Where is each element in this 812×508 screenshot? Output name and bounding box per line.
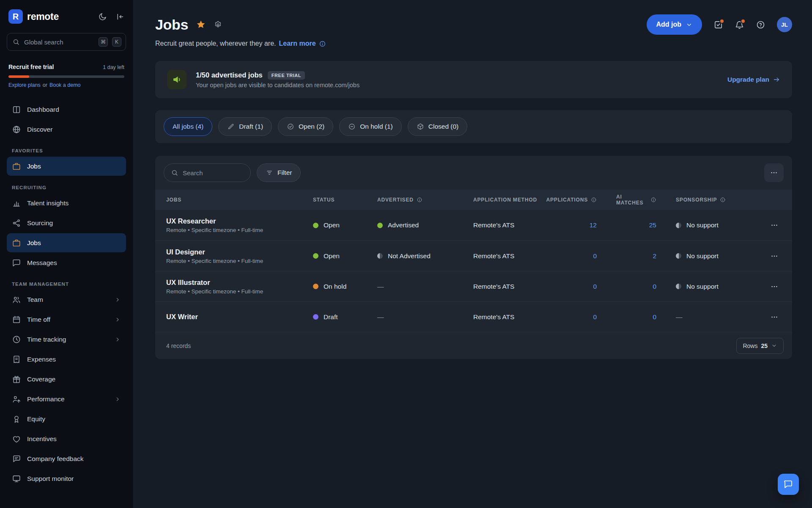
- upgrade-plan-link[interactable]: Upgrade plan: [727, 76, 780, 83]
- ai-matches-count-link[interactable]: 25: [649, 221, 656, 229]
- filter-button[interactable]: Filter: [257, 163, 301, 182]
- job-title-link[interactable]: UI Designer: [166, 248, 205, 256]
- sidebar-item-sourcing[interactable]: Sourcing: [7, 213, 126, 232]
- ellipsis-icon: [770, 168, 778, 177]
- performance-icon: [12, 395, 21, 404]
- sidebar-item-time-tracking[interactable]: Time tracking: [7, 330, 126, 349]
- avatar[interactable]: JL: [777, 17, 792, 32]
- ai-matches-count-link[interactable]: 0: [653, 313, 656, 321]
- sponsorship-dot-half: [676, 223, 681, 228]
- dashboard-icon: [12, 105, 21, 114]
- chat-fab-button[interactable]: [778, 474, 799, 495]
- applications-count-link[interactable]: 0: [593, 283, 597, 290]
- sidebar-item-talent-insights[interactable]: Talent insights: [7, 193, 126, 213]
- explore-plans-link[interactable]: Explore plans: [8, 82, 41, 88]
- sidebar-item-messages[interactable]: Messages: [7, 253, 126, 272]
- sidebar-item-discover[interactable]: Discover: [7, 120, 126, 139]
- table-toolbar: Search Filter: [155, 156, 792, 190]
- chevron-right-icon: [114, 316, 121, 323]
- job-title-link[interactable]: UX Illustrator: [166, 279, 210, 287]
- search-icon: [171, 169, 178, 177]
- tab-closed[interactable]: Closed (0): [408, 117, 468, 136]
- table-search-placeholder: Search: [183, 169, 203, 177]
- tasks-icon[interactable]: [713, 20, 723, 30]
- sidebar-item-dashboard[interactable]: Dashboard: [7, 100, 126, 119]
- cell-ai-matches: 0: [616, 313, 676, 321]
- sidebar-item-equity[interactable]: Equity: [7, 409, 126, 428]
- info-icon[interactable]: [319, 40, 326, 47]
- remote-logo-icon: R: [8, 9, 23, 24]
- ai-matches-count-link[interactable]: 0: [653, 283, 656, 290]
- globe-icon: [12, 125, 21, 134]
- arrow-right-icon: [773, 76, 780, 83]
- notifications-bell-icon[interactable]: [735, 20, 744, 30]
- add-job-button[interactable]: Add job: [647, 14, 702, 35]
- sidebar-item-time-off[interactable]: Time off: [7, 310, 126, 329]
- ai-matches-count-link[interactable]: 2: [653, 252, 656, 260]
- table-more-button[interactable]: [764, 163, 784, 182]
- table-row[interactable]: UX ResearcherRemote • Specific timezone …: [155, 210, 792, 240]
- status-dot-green: [313, 223, 318, 228]
- minus-circle-icon: [348, 123, 356, 130]
- tab-open[interactable]: Open (2): [278, 117, 333, 136]
- job-title-link[interactable]: UX Writer: [166, 313, 198, 321]
- status-dot-purple: [313, 314, 318, 320]
- remote-logo[interactable]: R remote: [8, 9, 59, 24]
- trial-title: Recruit free trial: [8, 64, 54, 70]
- settings-gear-icon[interactable]: [214, 20, 222, 29]
- banner-title: 1/50 advertised jobs: [196, 71, 263, 79]
- heart-icon: [12, 434, 21, 444]
- cell-job: UI DesignerRemote • Specific timezone • …: [155, 248, 313, 264]
- table-row[interactable]: UX WriterDraft—Remote's ATS00—: [155, 301, 792, 332]
- cell-application-method: Remote's ATS: [473, 252, 551, 260]
- global-search-placeholder: Global search: [24, 39, 94, 46]
- sidebar-item-incentives[interactable]: Incentives: [7, 429, 126, 448]
- cell-status: On hold: [313, 283, 377, 290]
- collapse-sidebar-icon[interactable]: [115, 12, 124, 21]
- job-title-link[interactable]: UX Researcher: [166, 217, 216, 225]
- book-demo-link[interactable]: Book a demo: [49, 82, 81, 88]
- table-search-input[interactable]: Search: [164, 163, 251, 182]
- sidebar-item-jobs[interactable]: Jobs: [7, 157, 126, 176]
- page-subtitle: Recruit great people, wherever they are.…: [155, 40, 792, 47]
- sidebar-section-recruiting: RECRUITING: [7, 185, 126, 190]
- row-actions-button[interactable]: [766, 279, 782, 295]
- rows-per-page-button[interactable]: Rows 25: [736, 338, 784, 354]
- row-actions-button[interactable]: [766, 309, 782, 325]
- cell-actions: [757, 309, 792, 325]
- dark-mode-toggle-icon[interactable]: [98, 12, 107, 21]
- sidebar-item-jobs[interactable]: Jobs: [7, 233, 126, 252]
- global-search-input[interactable]: Global search ⌘ K: [7, 33, 126, 51]
- cell-advertised: Advertised: [377, 221, 473, 229]
- sidebar-item-coverage[interactable]: Coverage: [7, 370, 126, 389]
- sidebar-item-company-feedback[interactable]: Company feedback: [7, 449, 126, 468]
- table-row[interactable]: UX IllustratorRemote • Specific timezone…: [155, 271, 792, 301]
- cell-application-method: Remote's ATS: [473, 221, 551, 229]
- status-label: Draft: [324, 313, 338, 321]
- sidebar-header: R remote: [7, 9, 126, 24]
- favorite-star-icon[interactable]: [196, 19, 206, 30]
- sponsorship-dot-half: [676, 284, 681, 289]
- trial-progress-bar: [8, 75, 124, 78]
- help-icon[interactable]: [756, 20, 765, 30]
- tab-draft[interactable]: Draft (1): [218, 117, 272, 136]
- row-actions-button[interactable]: [766, 248, 782, 264]
- rows-label: Rows: [743, 342, 757, 349]
- sidebar-item-label: Sourcing: [27, 219, 121, 227]
- sidebar-item-team[interactable]: Team: [7, 290, 126, 309]
- sidebar-item-expenses[interactable]: Expenses: [7, 350, 126, 369]
- applications-count-link[interactable]: 0: [593, 252, 597, 260]
- cell-ai-matches: 0: [616, 283, 676, 290]
- row-actions-button[interactable]: [766, 217, 782, 233]
- applications-count-link[interactable]: 0: [593, 313, 597, 321]
- applications-count-link[interactable]: 12: [590, 221, 597, 229]
- tab-all-jobs[interactable]: All jobs (4): [164, 117, 212, 136]
- sidebar-item-support-monitor[interactable]: Support monitor: [7, 469, 126, 488]
- tab-on-hold[interactable]: On hold (1): [339, 117, 402, 136]
- sidebar-item-performance[interactable]: Performance: [7, 389, 126, 409]
- rows-value: 25: [761, 342, 768, 349]
- application-method-label: Remote's ATS: [473, 221, 514, 229]
- learn-more-link[interactable]: Learn more: [279, 40, 315, 47]
- status-label: On hold: [324, 283, 346, 290]
- table-row[interactable]: UI DesignerRemote • Specific timezone • …: [155, 240, 792, 271]
